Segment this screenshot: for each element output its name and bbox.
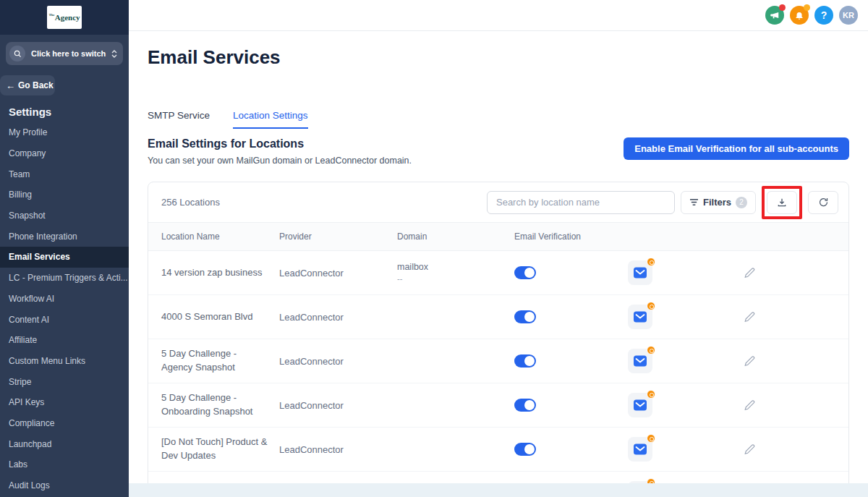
sidebar-item-custom-menu-links[interactable]: Custom Menu Links: [0, 351, 129, 372]
sidebar-item-phone-integration[interactable]: Phone Integration: [0, 226, 129, 247]
tab-smtp-service[interactable]: SMTP Service: [148, 110, 210, 129]
email-verification-toggle[interactable]: [514, 354, 536, 368]
pencil-icon: [744, 356, 755, 367]
sidebar-item-company[interactable]: Company: [0, 143, 129, 164]
edit-button[interactable]: [744, 268, 755, 279]
toggle-knob: [524, 444, 535, 454]
refresh-button[interactable]: [808, 191, 838, 214]
sidebar-item-email-services[interactable]: Email Services: [0, 247, 129, 268]
pending-badge-icon: [647, 258, 655, 266]
envelope-icon: [633, 354, 647, 368]
filters-label: Filters: [703, 197, 731, 208]
edit-button[interactable]: [744, 356, 755, 367]
email-settings-button[interactable]: [628, 437, 652, 462]
pencil-icon: [744, 444, 755, 455]
email-verification-toggle[interactable]: [514, 399, 536, 412]
bell-icon: [794, 10, 804, 20]
export-download-button[interactable]: [767, 191, 797, 214]
sidebar-item-workflow-ai[interactable]: Workflow AI: [0, 289, 129, 310]
search-input[interactable]: [487, 191, 675, 214]
sidebar-item-stripe[interactable]: Stripe: [0, 371, 129, 392]
section-head: Email Settings for Locations You can set…: [148, 137, 412, 166]
pending-badge-icon: [647, 390, 655, 399]
sidebar-item-snapshot[interactable]: Snapshot: [0, 205, 129, 226]
email-verification-toggle[interactable]: [514, 266, 536, 279]
sidebar-item-team[interactable]: Team: [0, 163, 129, 184]
enable-email-verification-button[interactable]: Enable Email Verification for all sub-ac…: [624, 137, 849, 160]
topbar: ? KR: [129, 0, 868, 31]
main-content: Email Services SMTP Service Location Set…: [129, 32, 868, 497]
tab-location-settings[interactable]: Location Settings: [233, 110, 308, 129]
annotation-red-box: [762, 186, 802, 219]
sidebar-item-labs[interactable]: Labs: [0, 454, 129, 475]
filter-icon: [689, 198, 699, 206]
toggle-knob: [524, 356, 535, 366]
go-back-label: Go Back: [18, 80, 54, 90]
filters-button[interactable]: Filters 2: [681, 191, 756, 214]
refresh-icon: [818, 197, 829, 208]
switcher-search-icon: [9, 46, 25, 61]
announcements-button[interactable]: [765, 6, 784, 25]
sidebar-nav: My ProfileCompanyTeamBillingSnapshotPhon…: [0, 122, 129, 496]
edit-button[interactable]: [744, 400, 755, 411]
table-body: 14 version zap business LeadConnector ma…: [148, 251, 848, 497]
table-row: 5 Day Challenge - Agency Snapshot LeadCo…: [148, 339, 848, 383]
email-settings-button[interactable]: [628, 393, 652, 417]
sidebar-item-launchpad[interactable]: Launchpad: [0, 433, 129, 454]
question-mark-icon: ?: [821, 9, 827, 21]
sidebar-item-affiliate[interactable]: Affiliate: [0, 330, 129, 351]
sidebar-item-audit-logs[interactable]: Audit Logs: [0, 475, 129, 496]
edit-button[interactable]: [744, 444, 755, 455]
table-row: [Do Not Touch] Product & Dev Updates Lea…: [148, 428, 848, 472]
toggle-knob: [524, 268, 535, 278]
pencil-icon: [744, 312, 755, 323]
table-row: 14 version zap business LeadConnector ma…: [148, 251, 848, 295]
section-subtitle: You can set your own MailGun domain or L…: [148, 156, 412, 166]
bottom-strip: [129, 483, 868, 497]
sidebar-item-my-profile[interactable]: My Profile: [0, 122, 129, 143]
locations-count: 256 Locations: [161, 197, 220, 208]
location-name-cell: [Do Not Touch] Product & Dev Updates: [161, 436, 268, 463]
table-toolbar: 256 Locations Filters 2: [148, 182, 848, 222]
pencil-icon: [744, 268, 755, 279]
filters-count-badge: 2: [736, 197, 747, 208]
user-avatar[interactable]: KR: [839, 6, 858, 25]
provider-cell: LeadConnector: [279, 268, 344, 279]
sidebar-item-content-ai[interactable]: Content AI: [0, 309, 129, 330]
go-back-button[interactable]: ← Go Back: [0, 75, 55, 95]
account-switcher[interactable]: Click here to switch: [6, 42, 123, 65]
sidebar-item-api-keys[interactable]: API Keys: [0, 392, 129, 413]
email-verification-toggle[interactable]: [514, 310, 536, 323]
help-button[interactable]: ?: [814, 6, 833, 25]
pending-badge-icon: [647, 434, 655, 443]
envelope-icon: [633, 399, 647, 412]
locations-table-card: 256 Locations Filters 2 Location Name: [148, 182, 849, 497]
notification-dot-red: [779, 4, 786, 11]
sidebar-item-label: Email Services: [9, 252, 70, 262]
notifications-button[interactable]: [790, 6, 809, 25]
email-settings-button[interactable]: [628, 305, 652, 329]
email-settings-button[interactable]: [628, 260, 652, 285]
table-row: 4000 S Semoran Blvd LeadConnector: [148, 295, 848, 339]
email-verification-toggle[interactable]: [514, 443, 536, 456]
toggle-knob: [524, 400, 535, 410]
envelope-icon: [633, 310, 647, 323]
sidebar-item-label: Snapshot: [9, 211, 46, 221]
avatar-initials: KR: [843, 11, 854, 20]
sidebar-item-billing[interactable]: Billing: [0, 184, 129, 205]
envelope-icon: [633, 443, 647, 456]
chevron-up-down-icon: [111, 50, 117, 58]
sidebar-item-compliance[interactable]: Compliance: [0, 413, 129, 434]
sidebar-item-lc-premium-triggers-acti[interactable]: LC - Premium Triggers & Acti...: [0, 268, 129, 289]
toggle-knob: [524, 312, 535, 322]
sidebar-item-label: Company: [9, 148, 46, 158]
sidebar-item-label: Workflow AI: [9, 294, 54, 304]
sidebar-item-label: LC - Premium Triggers & Acti...: [9, 273, 128, 283]
sidebar-item-label: Audit Logs: [9, 480, 50, 490]
email-settings-button[interactable]: [628, 349, 652, 373]
table-header-row: Location Name Provider Domain Email Veri…: [148, 222, 848, 251]
sidebar-item-label: Content AI: [9, 315, 49, 325]
sidebar-item-label: My Profile: [9, 127, 47, 137]
sidebar-item-label: Labs: [9, 459, 27, 470]
edit-button[interactable]: [744, 312, 755, 323]
